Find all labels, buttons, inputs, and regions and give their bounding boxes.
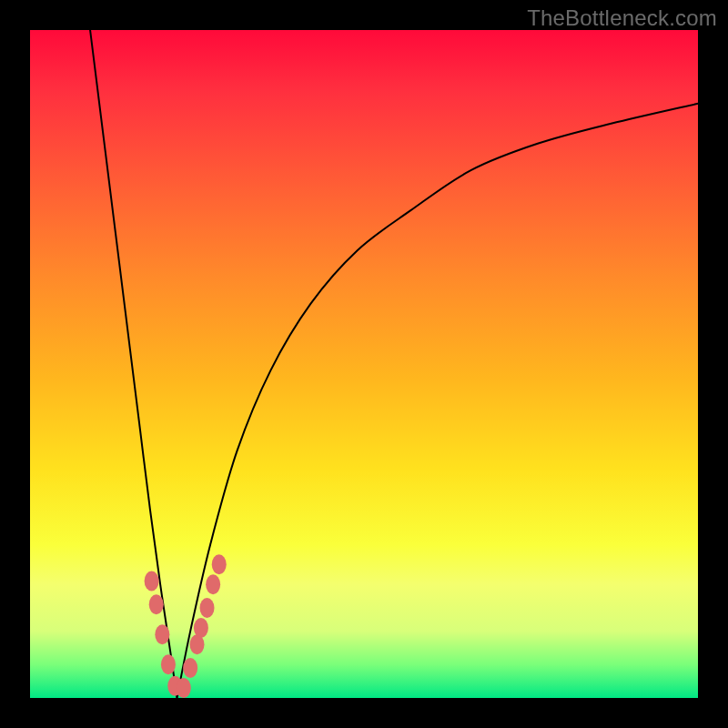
bead-point (145, 571, 159, 592)
bead-group (145, 554, 227, 698)
bead-point (206, 574, 220, 594)
curve-left-arm (90, 30, 177, 698)
bead-point (177, 678, 191, 698)
bead-point (161, 654, 176, 674)
bead-point (200, 598, 215, 618)
chart-frame: TheBottleneck.com (0, 0, 728, 728)
bead-point (183, 658, 197, 678)
bead-point (149, 594, 164, 614)
watermark-text: TheBottleneck.com (527, 5, 717, 31)
plot-area (30, 30, 698, 698)
bead-point (155, 624, 169, 644)
bead-point (194, 618, 208, 638)
bead-point (212, 554, 227, 574)
curve-layer (30, 30, 698, 698)
curve-right-arm (177, 104, 698, 698)
